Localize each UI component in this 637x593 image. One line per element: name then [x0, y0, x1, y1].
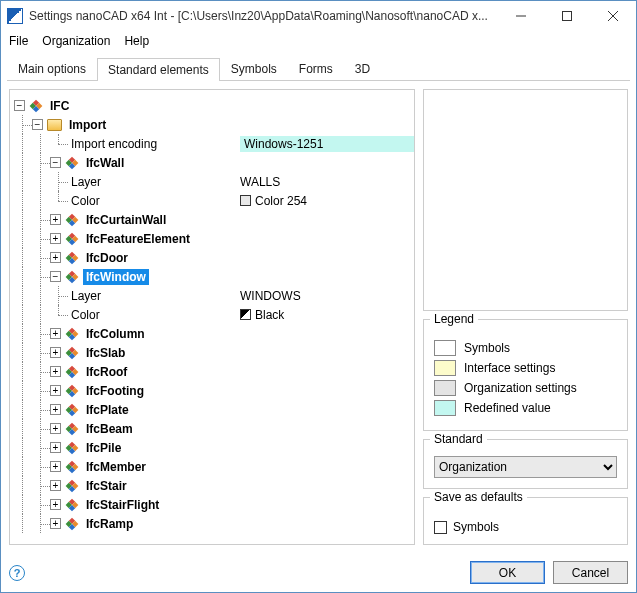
expander-icon[interactable]: − — [50, 271, 61, 282]
tree-node-ifcfeatureelement[interactable]: + IfcFeatureElement — [14, 229, 414, 248]
ifc-icon — [65, 384, 79, 398]
expander-icon[interactable]: + — [50, 366, 61, 377]
tree-node-ifcpile[interactable]: +IfcPile — [14, 438, 414, 457]
tree-prop-ifcwall-color[interactable]: Color Color 254 — [14, 191, 414, 210]
legend-swatch-icon — [434, 360, 456, 376]
prop-value[interactable]: Windows-1251 — [240, 136, 414, 152]
tab-main-options[interactable]: Main options — [7, 57, 97, 80]
expander-icon[interactable]: + — [50, 404, 61, 415]
close-button[interactable] — [590, 1, 636, 31]
expander-icon[interactable]: + — [50, 499, 61, 510]
tree-label: IfcMember — [83, 459, 149, 475]
tree-label: Import — [66, 117, 109, 133]
tab-forms[interactable]: Forms — [288, 57, 344, 80]
tree-label: IfcStairFlight — [83, 497, 162, 513]
bottombar: ? OK Cancel — [1, 553, 636, 592]
expander-icon[interactable]: − — [32, 119, 43, 130]
tree-node-ifcbeam[interactable]: +IfcBeam — [14, 419, 414, 438]
expander-icon[interactable]: + — [50, 328, 61, 339]
tree-label: IfcPlate — [83, 402, 132, 418]
prop-value[interactable]: Black — [255, 308, 284, 322]
expander-icon[interactable]: + — [50, 442, 61, 453]
expander-icon[interactable]: + — [50, 518, 61, 529]
color-swatch-icon — [240, 309, 251, 320]
tree-node-ifcramp[interactable]: +IfcRamp — [14, 514, 414, 533]
side-panel: Legend Symbols Interface settings Organi… — [423, 89, 628, 545]
ifc-icon — [65, 479, 79, 493]
tree-label: IfcColumn — [83, 326, 148, 342]
prop-value[interactable]: Color 254 — [255, 194, 307, 208]
tree-node-ifc[interactable]: − IFC — [14, 96, 414, 115]
prop-label: Layer — [68, 288, 104, 304]
minimize-button[interactable] — [498, 1, 544, 31]
menu-organization[interactable]: Organization — [42, 34, 110, 48]
tree-node-ifcwindow[interactable]: − IfcWindow — [14, 267, 414, 286]
ifc-icon — [65, 422, 79, 436]
maximize-button[interactable] — [544, 1, 590, 31]
cancel-button[interactable]: Cancel — [553, 561, 628, 584]
tree-node-ifcroof[interactable]: +IfcRoof — [14, 362, 414, 381]
tree-node-ifccurtainwall[interactable]: + IfcCurtainWall — [14, 210, 414, 229]
ok-button[interactable]: OK — [470, 561, 545, 584]
expander-icon[interactable]: + — [50, 233, 61, 244]
symbols-checkbox-label: Symbols — [453, 520, 499, 534]
tree-panel[interactable]: − IFC − Import Import encoding Windows-1… — [9, 89, 415, 545]
standard-select[interactable]: Organization — [434, 456, 617, 478]
tree-node-ifcmember[interactable]: +IfcMember — [14, 457, 414, 476]
tree-prop-ifcwall-layer[interactable]: Layer WALLS — [14, 172, 414, 191]
prop-value[interactable]: WINDOWS — [240, 289, 301, 303]
ifc-icon — [29, 99, 43, 113]
folder-icon — [47, 119, 62, 131]
expander-icon[interactable]: + — [50, 480, 61, 491]
legend-title: Legend — [430, 312, 478, 326]
expander-icon[interactable]: + — [50, 385, 61, 396]
expander-icon[interactable]: − — [50, 157, 61, 168]
settings-window: Settings nanoCAD x64 Int - [C:\Users\Inz… — [0, 0, 637, 593]
tree-node-ifcdoor[interactable]: + IfcDoor — [14, 248, 414, 267]
content-area: − IFC − Import Import encoding Windows-1… — [1, 81, 636, 553]
expander-icon[interactable]: − — [14, 100, 25, 111]
prop-value[interactable]: WALLS — [240, 175, 280, 189]
expander-icon[interactable]: + — [50, 347, 61, 358]
legend-row-symbols: Symbols — [434, 340, 617, 356]
tab-standard-elements[interactable]: Standard elements — [97, 58, 220, 81]
tree-node-ifcfooting[interactable]: +IfcFooting — [14, 381, 414, 400]
tree-node-ifcslab[interactable]: +IfcSlab — [14, 343, 414, 362]
expander-icon[interactable]: + — [50, 252, 61, 263]
tree-prop-ifcwindow-color[interactable]: Color Black — [14, 305, 414, 324]
symbols-checkbox[interactable] — [434, 521, 447, 534]
legend-group: Legend Symbols Interface settings Organi… — [423, 319, 628, 431]
ifc-icon — [65, 346, 79, 360]
close-icon — [608, 11, 618, 21]
menu-help[interactable]: Help — [124, 34, 149, 48]
expander-icon[interactable]: + — [50, 461, 61, 472]
expander-icon[interactable]: + — [50, 214, 61, 225]
tree-label: IfcDoor — [83, 250, 131, 266]
prop-label: Layer — [68, 174, 104, 190]
tree-node-import[interactable]: − Import — [14, 115, 414, 134]
legend-label: Redefined value — [464, 401, 551, 415]
tree-label: IfcFeatureElement — [83, 231, 193, 247]
tree-prop-import-encoding[interactable]: Import encoding Windows-1251 — [14, 134, 414, 153]
preview-area — [423, 89, 628, 311]
ifc-icon — [65, 365, 79, 379]
ifc-icon — [65, 498, 79, 512]
help-icon[interactable]: ? — [9, 565, 25, 581]
tree-node-ifccolumn[interactable]: +IfcColumn — [14, 324, 414, 343]
expander-icon[interactable]: + — [50, 423, 61, 434]
tree-node-ifcplate[interactable]: +IfcPlate — [14, 400, 414, 419]
titlebar: Settings nanoCAD x64 Int - [C:\Users\Inz… — [1, 1, 636, 31]
ifc-icon — [65, 213, 79, 227]
legend-label: Organization settings — [464, 381, 577, 395]
tab-symbols[interactable]: Symbols — [220, 57, 288, 80]
legend-label: Symbols — [464, 341, 510, 355]
tree-node-ifcstair[interactable]: +IfcStair — [14, 476, 414, 495]
window-title: Settings nanoCAD x64 Int - [C:\Users\Inz… — [29, 9, 498, 23]
menu-file[interactable]: File — [9, 34, 28, 48]
ifc-icon — [65, 403, 79, 417]
tab-3d[interactable]: 3D — [344, 57, 381, 80]
tree-node-ifcwall[interactable]: − IfcWall — [14, 153, 414, 172]
tree-node-ifcstairflight[interactable]: +IfcStairFlight — [14, 495, 414, 514]
tree-prop-ifcwindow-layer[interactable]: Layer WINDOWS — [14, 286, 414, 305]
ifc-icon — [65, 517, 79, 531]
